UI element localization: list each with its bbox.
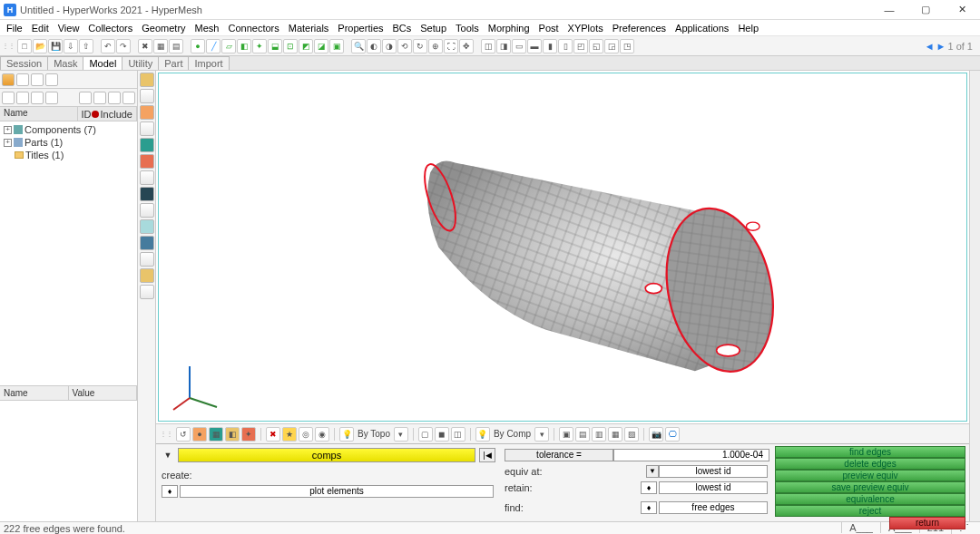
vtb-11-icon[interactable]	[140, 236, 154, 250]
menu-applications[interactable]: Applications	[671, 21, 733, 35]
menu-preferences[interactable]: Preferences	[608, 21, 671, 35]
vt-m5-icon[interactable]: ▧	[624, 427, 639, 442]
menu-properties[interactable]: Properties	[333, 21, 387, 35]
vtb-13-icon[interactable]	[140, 268, 154, 283]
vtb-3-icon[interactable]	[140, 105, 154, 120]
tb-find-icon[interactable]: 🔍	[351, 39, 366, 53]
vt-lamp2-icon[interactable]: 💡	[475, 427, 490, 442]
browser-switch-icon[interactable]	[2, 73, 15, 86]
vt-topo-dd-icon[interactable]: ▾	[394, 427, 408, 442]
expand-icon[interactable]: +	[4, 126, 12, 134]
tb-misc1-icon[interactable]: ◩	[299, 39, 313, 53]
filter-7-icon[interactable]	[108, 92, 121, 104]
tb-reverse-icon[interactable]: ⟲	[397, 39, 412, 53]
filter-4-icon[interactable]	[45, 92, 58, 104]
filter-5-icon[interactable]	[79, 92, 92, 104]
tab-part[interactable]: Part	[158, 56, 189, 70]
filter-8-icon[interactable]	[122, 92, 135, 104]
equivalence-button[interactable]: equivalence	[775, 493, 965, 505]
vt-hl-icon[interactable]: ★	[282, 427, 297, 442]
vt-m3-icon[interactable]: ▥	[592, 427, 606, 442]
save-preview-equiv-button[interactable]: save preview equiv	[775, 481, 965, 493]
vt-cam-icon[interactable]: 📷	[649, 427, 663, 442]
menu-morphing[interactable]: Morphing	[484, 21, 534, 35]
vt-mon-icon[interactable]: 🖵	[665, 427, 680, 442]
tb-export-icon[interactable]: ⇧	[79, 39, 93, 53]
menu-connectors[interactable]: Connectors	[223, 21, 283, 35]
menu-edit[interactable]: Edit	[27, 21, 54, 35]
tb-win1-icon[interactable]: ◰	[573, 39, 588, 53]
tb-pan-icon[interactable]: ✥	[459, 39, 474, 53]
tab-mask[interactable]: Mask	[47, 56, 83, 70]
tb-save-icon[interactable]: 💾	[48, 39, 63, 53]
menu-help[interactable]: Help	[733, 21, 763, 35]
vt-comp-icon[interactable]: ◧	[225, 427, 240, 442]
delete-edges-button[interactable]: delete edges	[775, 458, 965, 470]
filter-3-icon[interactable]	[31, 92, 44, 104]
menu-tools[interactable]: Tools	[451, 21, 484, 35]
page-next-icon[interactable]: ►	[936, 41, 946, 52]
vt-m4-icon[interactable]: ▦	[608, 427, 622, 442]
create-spin[interactable]: ♦	[162, 485, 178, 498]
tree-header-name[interactable]: Name	[0, 107, 78, 121]
tb-win3-icon[interactable]: ◲	[604, 39, 619, 53]
tb-misc2-icon[interactable]: ◪	[314, 39, 328, 53]
close-button[interactable]: ✕	[944, 0, 980, 20]
menu-view[interactable]: View	[54, 21, 84, 35]
find-value[interactable]: free edges	[659, 501, 768, 514]
tb-zoom-icon[interactable]: ⊕	[428, 39, 443, 53]
tb-view5-icon[interactable]: ▮	[543, 39, 557, 53]
vtb-7-icon[interactable]	[140, 170, 154, 185]
tb-redo-icon[interactable]: ↷	[116, 39, 131, 53]
vtb-5-icon[interactable]	[140, 138, 154, 152]
tb-open-icon[interactable]: 📂	[33, 39, 47, 53]
menu-file[interactable]: File	[2, 21, 27, 35]
tolerance-input[interactable]: 1.000e-04	[613, 449, 769, 461]
props-header-name[interactable]: Name	[0, 386, 69, 400]
tb-view2-icon[interactable]: ◨	[496, 39, 511, 53]
vt-sys-icon[interactable]: ✦	[241, 427, 256, 442]
vt-m1-icon[interactable]: ▣	[559, 427, 573, 442]
vtb-9-icon[interactable]	[140, 203, 154, 218]
tree-header-id[interactable]: IDInclude	[78, 107, 137, 121]
tb-new-icon[interactable]: □	[17, 39, 32, 53]
reset-selector-button[interactable]: |◀	[479, 448, 495, 462]
minimize-button[interactable]: —	[871, 0, 907, 20]
tb-misc3-icon[interactable]: ▣	[329, 39, 344, 53]
tb-undo-icon[interactable]: ↶	[101, 39, 115, 53]
browser-collapse-icon[interactable]	[16, 73, 29, 86]
vt-shade-icon[interactable]: ◼	[435, 427, 449, 442]
vtb-1-icon[interactable]	[140, 73, 154, 87]
tb-delete-icon[interactable]: ✖	[138, 39, 152, 53]
tb-point-icon[interactable]: ⊡	[283, 39, 298, 53]
tb-view1-icon[interactable]: ◫	[481, 39, 495, 53]
retain-spin[interactable]: ♦	[641, 481, 657, 494]
vt-m2-icon[interactable]: ▤	[575, 427, 590, 442]
vt-elem-icon[interactable]: ▦	[209, 427, 223, 442]
filter-1-icon[interactable]	[2, 92, 15, 104]
menu-materials[interactable]: Materials	[284, 21, 334, 35]
tree-row-parts[interactable]: + Parts (1)	[2, 136, 135, 149]
tb-quick-icon[interactable]: ✦	[252, 39, 267, 53]
menu-collectors[interactable]: Collectors	[83, 21, 137, 35]
vt-isolate-icon[interactable]: ◎	[299, 427, 313, 442]
viewport-3d[interactable]	[158, 73, 967, 422]
return-button[interactable]: return	[889, 517, 965, 529]
tree-row-components[interactable]: + Components (7)	[2, 123, 135, 136]
tb-win2-icon[interactable]: ◱	[589, 39, 603, 53]
tb-unmask-icon[interactable]: ◑	[382, 39, 397, 53]
page-prev-icon[interactable]: ◄	[925, 41, 935, 52]
preview-equiv-button[interactable]: preview equiv	[775, 470, 965, 481]
tb-mask-icon[interactable]: ◐	[367, 39, 381, 53]
comps-selector[interactable]: comps	[178, 448, 475, 462]
vt-bycomp-label[interactable]: By Comp	[492, 429, 533, 439]
filter-6-icon[interactable]	[93, 92, 106, 104]
tb-view3-icon[interactable]: ▭	[512, 39, 526, 53]
tb-fit-icon[interactable]: ⛶	[444, 39, 458, 53]
vt-del-icon[interactable]: ✖	[266, 427, 280, 442]
tab-utility[interactable]: Utility	[122, 56, 159, 70]
equiv-at-dd[interactable]: ▼	[646, 465, 659, 478]
tb-edge-icon[interactable]: ⬓	[268, 39, 282, 53]
menu-post[interactable]: Post	[534, 21, 564, 35]
tb-view6-icon[interactable]: ▯	[558, 39, 573, 53]
